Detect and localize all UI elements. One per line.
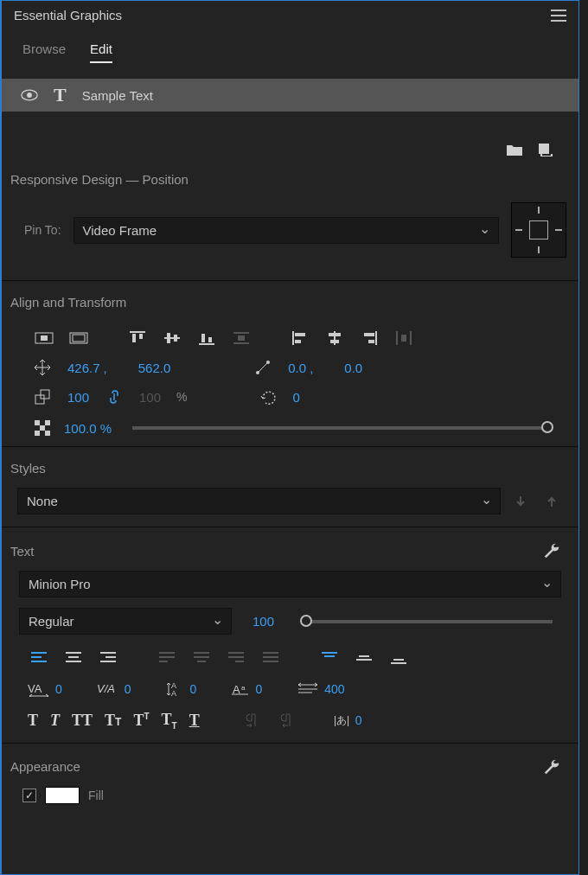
- svg-rect-15: [208, 337, 212, 342]
- svg-rect-40: [45, 431, 50, 436]
- distribute-h-icon[interactable]: [393, 329, 415, 348]
- styles-value[interactable]: None: [17, 488, 501, 514]
- kerning-value[interactable]: 0: [125, 682, 131, 696]
- anchor-sep: ,: [310, 361, 313, 375]
- align-vcenter-icon[interactable]: [161, 329, 183, 348]
- layer-actions: [2, 112, 578, 165]
- pin-diagram[interactable]: [511, 202, 566, 258]
- pin-to-value[interactable]: Video Frame: [74, 217, 499, 244]
- pin-to-label: Pin To:: [24, 223, 61, 237]
- fill-color-swatch[interactable]: [45, 787, 80, 804]
- text-width-value[interactable]: 400: [324, 682, 344, 696]
- opacity-icon[interactable]: [33, 420, 52, 436]
- leading-value[interactable]: 0: [190, 682, 197, 696]
- visibility-toggle-icon[interactable]: [21, 89, 38, 101]
- text-align-row: [2, 643, 578, 673]
- text-settings-icon[interactable]: [542, 541, 561, 560]
- vertical-align-bottom-icon[interactable]: [387, 648, 410, 667]
- essential-graphics-panel: Essential Graphics Browse Edit T Sample …: [0, 0, 579, 875]
- tracking-icon[interactable]: VA: [28, 681, 50, 697]
- ltr-indent-icon[interactable]: [241, 711, 264, 730]
- align-to-safe-icon[interactable]: [67, 329, 90, 348]
- panel-header: Essential Graphics: [2, 1, 578, 26]
- svg-text:V/A: V/A: [97, 682, 115, 695]
- position-row: 426.7 , 562.0 0.0 , 0.0: [2, 356, 578, 379]
- align-to-frame-icon[interactable]: [33, 329, 55, 348]
- position-icon[interactable]: [33, 360, 52, 375]
- align-right-icon[interactable]: [358, 329, 380, 348]
- font-size[interactable]: 100: [252, 614, 274, 629]
- styles-dropdown[interactable]: None: [17, 488, 501, 514]
- appearance-heading: Appearance: [10, 759, 80, 774]
- faux-italic-button[interactable]: T: [50, 712, 60, 730]
- underline-button[interactable]: T: [189, 712, 200, 730]
- svg-rect-11: [167, 333, 170, 343]
- text-align-left-icon[interactable]: [28, 648, 50, 667]
- style-pull-icon[interactable]: [540, 492, 563, 511]
- baseline-shift-icon[interactable]: Aa: [231, 681, 250, 697]
- align-hcenter-icon[interactable]: [323, 329, 346, 348]
- font-size-slider[interactable]: [304, 620, 553, 623]
- text-align-center-icon[interactable]: [62, 648, 85, 667]
- pin-to-dropdown[interactable]: Video Frame: [74, 217, 499, 244]
- scale-value[interactable]: 100: [67, 390, 89, 405]
- svg-text:A: A: [171, 689, 176, 697]
- svg-rect-30: [401, 335, 406, 342]
- position-x[interactable]: 426.7: [67, 361, 100, 375]
- tsume-icon[interactable]: |あ|: [331, 712, 350, 728]
- scale-linked-value[interactable]: 100: [139, 390, 161, 405]
- opacity-slider[interactable]: [132, 426, 547, 430]
- new-folder-icon[interactable]: [506, 143, 523, 156]
- svg-rect-18: [238, 335, 245, 341]
- all-caps-button[interactable]: TT: [72, 712, 93, 730]
- anchor-point-icon[interactable]: [253, 360, 272, 375]
- text-width-icon[interactable]: [297, 681, 319, 697]
- font-dropdown[interactable]: Minion Pro: [19, 571, 561, 597]
- text-format-row: T T TT TT TT TT T |あ| 0: [2, 706, 578, 736]
- scale-icon[interactable]: [33, 389, 52, 405]
- align-bottom-icon[interactable]: [195, 329, 218, 348]
- tab-browse[interactable]: Browse: [22, 42, 66, 63]
- rtl-indent-icon[interactable]: [276, 711, 298, 730]
- small-caps-button[interactable]: TT: [105, 712, 121, 730]
- justify-last-right-icon[interactable]: [225, 648, 247, 667]
- weight-dropdown[interactable]: Regular: [19, 608, 232, 635]
- vertical-align-mid-icon[interactable]: [353, 648, 375, 667]
- justify-last-center-icon[interactable]: [190, 648, 213, 667]
- justify-last-left-icon[interactable]: [156, 648, 178, 667]
- anchor-x[interactable]: 0.0: [288, 361, 306, 375]
- align-top-icon[interactable]: [126, 329, 149, 348]
- layer-row[interactable]: T Sample Text: [2, 79, 578, 112]
- svg-rect-8: [132, 334, 136, 342]
- style-push-icon[interactable]: [509, 492, 532, 511]
- align-left-icon[interactable]: [289, 329, 311, 348]
- anchor-y[interactable]: 0.0: [344, 361, 362, 375]
- leading-icon[interactable]: AA: [166, 681, 185, 697]
- panel-menu-icon[interactable]: [551, 10, 566, 22]
- appearance-settings-icon[interactable]: [542, 757, 561, 776]
- position-y[interactable]: 562.0: [138, 361, 171, 375]
- justify-all-icon[interactable]: [259, 648, 282, 667]
- tsume-value[interactable]: 0: [355, 713, 362, 727]
- tracking-value[interactable]: 0: [55, 682, 62, 696]
- vertical-align-top-icon[interactable]: [318, 648, 341, 667]
- layer-name[interactable]: Sample Text: [82, 88, 153, 103]
- weight-value[interactable]: Regular: [19, 608, 232, 635]
- kerning-icon[interactable]: V/A: [97, 681, 119, 697]
- font-value[interactable]: Minion Pro: [19, 571, 561, 597]
- text-align-right-icon[interactable]: [97, 648, 119, 667]
- new-layer-icon[interactable]: [535, 143, 553, 156]
- svg-text:a: a: [241, 684, 246, 692]
- fill-checkbox[interactable]: [22, 789, 36, 802]
- link-scale-icon[interactable]: [105, 389, 124, 405]
- baseline-value[interactable]: 0: [255, 682, 262, 696]
- rotation-icon[interactable]: [259, 389, 278, 405]
- distribute-v-icon[interactable]: [230, 329, 252, 348]
- subscript-button[interactable]: TT: [162, 711, 177, 731]
- superscript-button[interactable]: TT: [133, 712, 149, 730]
- text-header: Text: [2, 534, 578, 564]
- faux-bold-button[interactable]: T: [28, 712, 38, 730]
- tab-edit[interactable]: Edit: [90, 42, 112, 63]
- rotation-value[interactable]: 0: [293, 390, 300, 405]
- opacity-value[interactable]: 100.0 %: [64, 421, 112, 436]
